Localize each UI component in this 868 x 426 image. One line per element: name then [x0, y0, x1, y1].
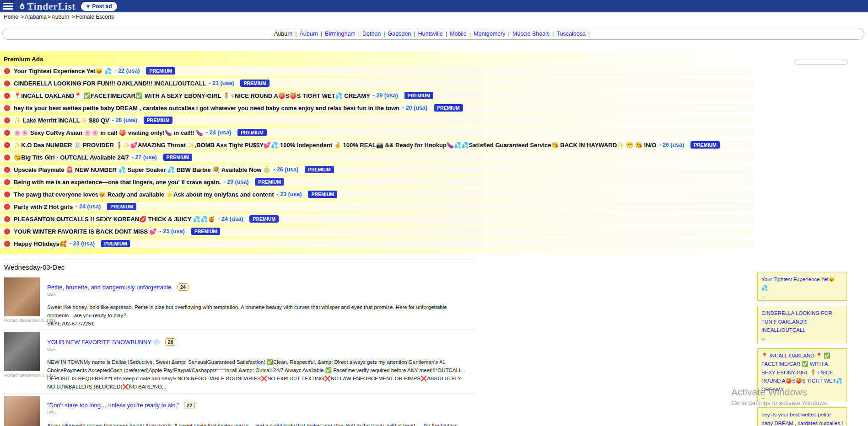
city-separator: |: [552, 31, 554, 37]
sidebar-ad-more: ...: [761, 335, 843, 341]
premium-ad-title[interactable]: CINDERELLA LOOKING FOR FUN!!! OAKLAND!!!…: [14, 80, 206, 87]
premium-ad-title[interactable]: hey its your best wettes petite baby DRE…: [14, 105, 399, 112]
hamburger-menu-icon[interactable]: [0, 0, 16, 12]
city-link-auburn[interactable]: Auburn: [300, 31, 318, 37]
premium-ad-row: The pawg that everyone loves😺 Ready and …: [0, 190, 753, 199]
listing-description: NEW IN TOWNMy name is Dallas !Seductive,…: [47, 358, 466, 391]
premium-ad-age-link[interactable]: - 23 (usa): [276, 191, 302, 197]
premium-badge: PREMIUM: [146, 67, 175, 75]
sidebar-ad-link[interactable]: CINDERELLA LOOKING FOR FUN!!! OAKLAND!!!…: [761, 310, 832, 333]
premium-ads-section: Premium Ads Your Tightest Experience Yet…: [0, 51, 753, 254]
sidebar-ad-more: ...: [761, 293, 843, 298]
premium-ad-title[interactable]: Party with 2 Hot girls: [14, 203, 73, 210]
breadcrumb-state[interactable]: Alabama: [25, 14, 46, 20]
bump-up-icon: [4, 68, 10, 74]
premium-ad-age-link[interactable]: - 23 (usa): [70, 240, 95, 247]
listing-item: Posted: December 3, 2025 "Don't stare to…: [2, 394, 476, 426]
age-badge: 20: [165, 338, 176, 346]
sidebar-ad-link[interactable]: hey its your best wettes petite baby DRE…: [761, 412, 843, 426]
breadcrumb-city[interactable]: Auburn: [52, 14, 70, 20]
city-link-muscle-shoals[interactable]: Muscle Shoals: [512, 31, 550, 37]
premium-ad-age-link[interactable]: - 28 (usa): [112, 117, 137, 123]
listing-title-link[interactable]: "Don't stare too long… unless you're rea…: [47, 402, 179, 409]
premium-ad-title[interactable]: The pawg that everyone loves😺 Ready and …: [14, 191, 274, 198]
premium-ad-age-link[interactable]: - 24 (usa): [206, 129, 231, 136]
listing-thumbnail[interactable]: [4, 396, 40, 426]
bump-up-icon: [4, 130, 10, 136]
premium-badge: PREMIUM: [101, 240, 130, 247]
posted-date: Posted: December 3, 2025: [4, 318, 41, 323]
city-current: Auburn: [274, 31, 292, 37]
listing-thumbnail[interactable]: [4, 277, 40, 316]
premium-ad-title[interactable]: 📍INCALL OAKLAND📍 ✅FACETIME/CAR✅ WITH A S…: [14, 92, 370, 99]
premium-ad-title[interactable]: ✨ Lake Merritt INCALL✨ $80 QV: [14, 117, 109, 124]
premium-ad-age-link[interactable]: - 26 (usa): [273, 166, 298, 173]
sidebar-ad-box: Your Tightest Experience Yet😺 💦 ...: [757, 272, 847, 301]
city-separator: |: [469, 31, 471, 37]
premium-ad-title[interactable]: Happy HOlidays🥰: [14, 240, 67, 247]
bump-up-icon: [4, 204, 10, 210]
post-ad-button[interactable]: ➤ Post ad: [81, 2, 117, 11]
premium-ad-row: 📍INCALL OAKLAND📍 ✅FACETIME/CAR✅ WITH A S…: [0, 91, 753, 100]
bump-up-icon: [4, 105, 10, 111]
city-link-huntsville[interactable]: Huntsville: [418, 31, 443, 37]
premium-badge: PREMIUM: [404, 92, 434, 99]
daily-listings-section: Wednesday-03-Dec Posted: December 3, 202…: [2, 260, 476, 426]
city-link-tuscaloosa[interactable]: Tuscaloosa: [556, 31, 585, 37]
premium-ad-age-link[interactable]: - 25 (usa): [160, 228, 185, 234]
sidebar-ad-link[interactable]: Your Tightest Experience Yet😺 💦: [761, 277, 835, 291]
premium-ad-title[interactable]: Your Tightest Experience Yet😺 💦: [14, 68, 112, 75]
listing-title-link[interactable]: YOUR NEW FAVORITE SNOWBUNNY ❄️: [47, 339, 161, 346]
bump-up-icon: [4, 154, 10, 160]
premium-ad-title[interactable]: YOUR WINTER FAVORITE IS BACK DONT MISS 💕: [14, 228, 157, 235]
bump-up-icon: [4, 229, 10, 234]
premium-ad-age-link[interactable]: - 27 (usa): [132, 154, 157, 160]
sidebar-ad-box: 📍 INCALL OAKLAND 📍 ✅ FACETIME/CAR ✅ WITH…: [757, 348, 847, 403]
premium-ad-age-link[interactable]: - 29 (usa): [373, 92, 398, 99]
premium-ad-row: Happy HOlidays🥰 - 23 (usa) PREMIUM: [0, 239, 753, 248]
premium-badge: PREMIUM: [434, 104, 463, 112]
brand-logo[interactable]: TinderList: [18, 0, 75, 12]
bump-up-icon: [4, 93, 10, 99]
bump-up-icon: [4, 179, 10, 185]
premium-ad-age-link[interactable]: - 26 (usa): [659, 142, 684, 148]
premium-ad-age-link[interactable]: - 20 (usa): [402, 105, 427, 111]
premium-ad-row: Party with 2 Hot girls - 24 (usa) PREMIU…: [0, 202, 753, 211]
premium-ad-title[interactable]: Upscale Playmate 🚨 NEW NUMBER 💦 Super So…: [14, 166, 270, 173]
premium-badge: PREMIUM: [249, 215, 279, 223]
listing-thumbnail[interactable]: [4, 332, 40, 371]
premium-ad-title[interactable]: 🌸🌸 Sexy CuRvy Asian 🌸🌸 in call 🍑 visitin…: [14, 129, 203, 136]
sidebar-ad-link[interactable]: 📍 INCALL OAKLAND 📍 ✅ FACETIME/CAR ✅ WITH…: [761, 353, 842, 392]
premium-ad-age-link[interactable]: - 24 (usa): [218, 216, 243, 222]
city-link-birmingham[interactable]: Birmingham: [325, 31, 356, 37]
premium-ad-title[interactable]: PLEASANTON OUTCALLS !! SEXY KOREAN💋 THIC…: [14, 216, 215, 223]
premium-ad-row: PLEASANTON OUTCALLS !! SEXY KOREAN💋 THIC…: [0, 214, 753, 224]
posted-date: Posted: December 3, 2025: [4, 373, 41, 378]
premium-ad-title[interactable]: Being with me is an experience—one that …: [14, 179, 221, 186]
city-separator: |: [295, 31, 297, 37]
city-link-gadsden[interactable]: Gadsden: [388, 31, 411, 37]
paper-plane-icon: ➤: [85, 3, 92, 9]
premium-ad-title[interactable]: ✨K.O Daa NUMBER 🐰 PROVIDER 🧍✨💕AMAZING Th…: [14, 142, 656, 149]
premium-ad-age-link[interactable]: - 29 (usa): [223, 179, 248, 185]
city-link-montgomery[interactable]: Montgomery: [474, 31, 505, 37]
premium-ad-age-link[interactable]: - 22 (usa): [115, 68, 140, 74]
listing-title-link[interactable]: Petite, brunette, and dangerously unforg…: [47, 284, 173, 291]
premium-badge: PREMIUM: [163, 154, 193, 161]
date-header: Wednesday-03-Dec: [2, 260, 476, 275]
premium-sidebar: Your Tightest Experience Yet😺 💦 ... CIND…: [757, 272, 847, 426]
flame-icon: [18, 2, 26, 11]
post-ad-label: Post ad: [92, 3, 112, 10]
city-separator: |: [358, 31, 360, 37]
city-separator: |: [383, 31, 385, 37]
breadcrumb-home[interactable]: Home: [4, 14, 18, 20]
listing-country: USA: [47, 410, 466, 415]
listing-country: USA: [47, 292, 466, 297]
premium-ad-title[interactable]: 😘Big Tits Girl - OUTCALL Available 24/7: [14, 154, 129, 161]
breadcrumb: Home >Alabama>Auburn >Female Escorts: [4, 14, 115, 20]
city-link-mobile[interactable]: Mobile: [450, 31, 467, 37]
listing-country: USA: [47, 347, 466, 351]
premium-ad-age-link[interactable]: - 24 (usa): [75, 203, 101, 210]
premium-ad-age-link[interactable]: - 21 (usa): [209, 80, 234, 86]
city-link-dothan[interactable]: Dothan: [362, 31, 381, 37]
